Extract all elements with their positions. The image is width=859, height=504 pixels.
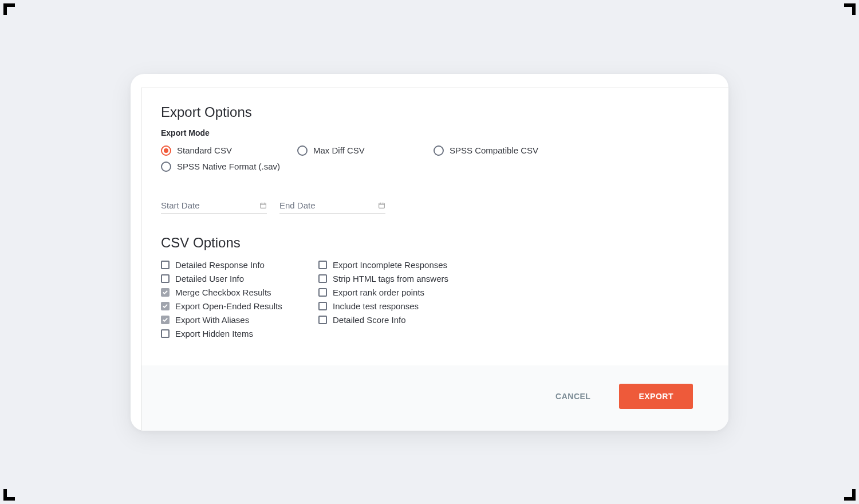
svg-rect-0 <box>261 203 266 208</box>
csv-options-left-col: Detailed Response Info Detailed User Inf… <box>161 260 307 342</box>
radio-icon <box>161 162 171 172</box>
check-export-with-aliases[interactable]: Export With Aliases <box>161 315 307 325</box>
checkbox-icon <box>161 274 170 283</box>
radio-standard-csv[interactable]: Standard CSV <box>161 145 297 156</box>
end-date-field[interactable] <box>279 200 385 214</box>
radio-icon <box>434 145 444 156</box>
calendar-icon <box>259 202 267 209</box>
csv-options-columns: Detailed Response Info Detailed User Inf… <box>161 260 706 342</box>
check-export-rank-order-points[interactable]: Export rank order points <box>318 288 464 297</box>
checkbox-label: Export With Aliases <box>175 315 249 325</box>
svg-rect-1 <box>379 203 385 208</box>
checkbox-label: Export Incomplete Responses <box>333 260 447 270</box>
checkbox-label: Export Open-Ended Results <box>175 301 282 311</box>
checkbox-icon <box>318 274 327 283</box>
check-export-incomplete-responses[interactable]: Export Incomplete Responses <box>318 260 464 270</box>
dialog-footer: CANCEL EXPORT <box>141 365 728 431</box>
radio-label: Standard CSV <box>177 145 232 155</box>
radio-spss-compatible-csv[interactable]: SPSS Compatible CSV <box>434 145 570 156</box>
checkbox-icon <box>161 316 170 324</box>
checkbox-label: Strip HTML tags from answers <box>333 274 448 284</box>
export-dialog: Export Options Export Mode Standard CSV … <box>131 74 728 431</box>
dialog-content: Export Options Export Mode Standard CSV … <box>141 88 728 365</box>
radio-icon <box>161 145 171 156</box>
export-mode-group: Standard CSV Max Diff CSV SPSS Compatibl… <box>161 145 706 178</box>
check-export-hidden-items[interactable]: Export Hidden Items <box>161 329 307 338</box>
export-mode-label: Export Mode <box>161 128 706 137</box>
radio-icon <box>297 145 308 156</box>
checkbox-label: Merge Checkbox Results <box>175 288 271 297</box>
checkbox-icon <box>318 302 327 310</box>
check-detailed-response-info[interactable]: Detailed Response Info <box>161 260 307 270</box>
calendar-icon <box>378 202 385 209</box>
dialog-inner: Export Options Export Mode Standard CSV … <box>141 88 728 431</box>
checkbox-icon <box>318 316 327 324</box>
checkbox-label: Export rank order points <box>333 288 424 297</box>
check-include-test-responses[interactable]: Include test responses <box>318 301 464 311</box>
export-options-title: Export Options <box>161 104 706 120</box>
check-detailed-user-info[interactable]: Detailed User Info <box>161 274 307 284</box>
radio-label: SPSS Compatible CSV <box>450 145 538 155</box>
radio-spss-native-format[interactable]: SPSS Native Format (.sav) <box>161 162 297 172</box>
checkbox-label: Detailed Response Info <box>175 260 265 270</box>
csv-options-right-col: Export Incomplete Responses Strip HTML t… <box>318 260 464 342</box>
checkbox-icon <box>318 288 327 297</box>
checkbox-icon <box>318 261 327 269</box>
checkbox-label: Include test responses <box>333 301 419 311</box>
csv-options-title: CSV Options <box>161 235 706 251</box>
checkbox-label: Export Hidden Items <box>175 329 253 338</box>
check-detailed-score-info[interactable]: Detailed Score Info <box>318 315 464 325</box>
start-date-input[interactable] <box>161 200 259 210</box>
checkbox-icon <box>161 288 170 297</box>
radio-label: Max Diff CSV <box>313 145 365 155</box>
check-merge-checkbox-results[interactable]: Merge Checkbox Results <box>161 288 307 297</box>
checkbox-icon <box>161 302 170 310</box>
start-date-field[interactable] <box>161 200 267 214</box>
end-date-input[interactable] <box>279 200 378 210</box>
check-export-open-ended-results[interactable]: Export Open-Ended Results <box>161 301 307 311</box>
checkbox-label: Detailed Score Info <box>333 315 406 325</box>
cancel-button[interactable]: CANCEL <box>555 392 590 401</box>
checkbox-icon <box>161 261 170 269</box>
check-strip-html-tags[interactable]: Strip HTML tags from answers <box>318 274 464 284</box>
radio-max-diff-csv[interactable]: Max Diff CSV <box>297 145 434 156</box>
export-button[interactable]: EXPORT <box>619 384 693 409</box>
checkbox-icon <box>161 329 170 338</box>
date-range-row <box>161 200 706 214</box>
radio-label: SPSS Native Format (.sav) <box>177 162 280 171</box>
checkbox-label: Detailed User Info <box>175 274 244 284</box>
